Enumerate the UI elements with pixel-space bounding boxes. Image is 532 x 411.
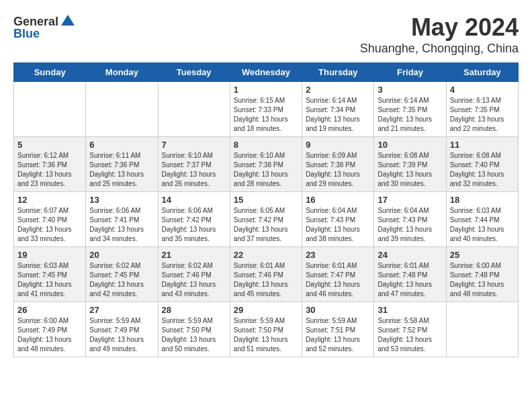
day-number: 18 xyxy=(450,195,515,205)
day-number: 29 xyxy=(234,305,298,315)
week-row-4: 19Sunrise: 6:03 AM Sunset: 7:45 PM Dayli… xyxy=(14,247,519,302)
col-header-wednesday: Wednesday xyxy=(230,63,302,82)
col-header-saturday: Saturday xyxy=(446,63,518,82)
day-info: Sunrise: 6:01 AM Sunset: 7:47 PM Dayligh… xyxy=(306,261,370,299)
day-cell xyxy=(446,302,518,357)
day-cell: 5Sunrise: 6:12 AM Sunset: 7:36 PM Daylig… xyxy=(14,137,86,192)
col-header-sunday: Sunday xyxy=(14,63,86,82)
day-number: 16 xyxy=(306,195,370,205)
day-cell: 26Sunrise: 6:00 AM Sunset: 7:49 PM Dayli… xyxy=(14,302,86,357)
subtitle: Shuanghe, Chongqing, China xyxy=(360,42,519,56)
day-cell: 4Sunrise: 6:13 AM Sunset: 7:35 PM Daylig… xyxy=(446,82,518,137)
day-info: Sunrise: 6:03 AM Sunset: 7:44 PM Dayligh… xyxy=(450,206,515,244)
day-cell: 11Sunrise: 6:08 AM Sunset: 7:40 PM Dayli… xyxy=(446,137,518,192)
day-number: 11 xyxy=(450,140,515,150)
day-number: 20 xyxy=(89,250,154,260)
day-cell: 14Sunrise: 6:06 AM Sunset: 7:42 PM Dayli… xyxy=(158,192,230,247)
day-info: Sunrise: 6:03 AM Sunset: 7:45 PM Dayligh… xyxy=(17,261,82,299)
day-info: Sunrise: 6:15 AM Sunset: 7:33 PM Dayligh… xyxy=(234,96,298,134)
day-number: 21 xyxy=(162,250,226,260)
day-number: 25 xyxy=(450,250,515,260)
day-number: 28 xyxy=(162,305,226,315)
week-row-5: 26Sunrise: 6:00 AM Sunset: 7:49 PM Dayli… xyxy=(14,302,519,357)
day-cell: 16Sunrise: 6:04 AM Sunset: 7:43 PM Dayli… xyxy=(302,192,374,247)
day-number: 31 xyxy=(378,305,442,315)
day-cell: 7Sunrise: 6:10 AM Sunset: 7:37 PM Daylig… xyxy=(158,137,230,192)
day-info: Sunrise: 6:08 AM Sunset: 7:39 PM Dayligh… xyxy=(378,151,442,189)
day-number: 14 xyxy=(162,195,226,205)
day-number: 30 xyxy=(306,305,370,315)
day-cell: 30Sunrise: 5:59 AM Sunset: 7:51 PM Dayli… xyxy=(302,302,374,357)
day-info: Sunrise: 5:59 AM Sunset: 7:50 PM Dayligh… xyxy=(234,316,298,354)
svg-marker-0 xyxy=(61,15,75,26)
day-info: Sunrise: 6:10 AM Sunset: 7:37 PM Dayligh… xyxy=(162,151,226,189)
day-info: Sunrise: 6:08 AM Sunset: 7:40 PM Dayligh… xyxy=(450,151,515,189)
day-number: 5 xyxy=(17,140,82,150)
day-number: 7 xyxy=(162,140,226,150)
day-cell: 12Sunrise: 6:07 AM Sunset: 7:40 PM Dayli… xyxy=(14,192,86,247)
day-cell: 29Sunrise: 5:59 AM Sunset: 7:50 PM Dayli… xyxy=(230,302,302,357)
day-info: Sunrise: 6:00 AM Sunset: 7:49 PM Dayligh… xyxy=(17,316,82,354)
week-row-3: 12Sunrise: 6:07 AM Sunset: 7:40 PM Dayli… xyxy=(14,192,519,247)
day-info: Sunrise: 6:06 AM Sunset: 7:42 PM Dayligh… xyxy=(162,206,226,244)
day-info: Sunrise: 6:10 AM Sunset: 7:38 PM Dayligh… xyxy=(234,151,298,189)
week-row-1: 1Sunrise: 6:15 AM Sunset: 7:33 PM Daylig… xyxy=(14,82,519,137)
day-cell: 28Sunrise: 5:59 AM Sunset: 7:50 PM Dayli… xyxy=(158,302,230,357)
day-number: 13 xyxy=(89,195,154,205)
day-info: Sunrise: 5:59 AM Sunset: 7:49 PM Dayligh… xyxy=(89,316,154,354)
col-header-friday: Friday xyxy=(374,63,446,82)
day-cell: 13Sunrise: 6:06 AM Sunset: 7:41 PM Dayli… xyxy=(86,192,158,247)
day-cell xyxy=(86,82,158,137)
col-header-thursday: Thursday xyxy=(302,63,374,82)
day-info: Sunrise: 5:58 AM Sunset: 7:52 PM Dayligh… xyxy=(378,316,442,354)
day-cell: 6Sunrise: 6:11 AM Sunset: 7:36 PM Daylig… xyxy=(86,137,158,192)
day-info: Sunrise: 6:13 AM Sunset: 7:35 PM Dayligh… xyxy=(450,96,515,134)
day-info: Sunrise: 6:14 AM Sunset: 7:34 PM Dayligh… xyxy=(306,96,370,134)
day-info: Sunrise: 6:04 AM Sunset: 7:43 PM Dayligh… xyxy=(378,206,442,244)
title-section: May 2024 Shuanghe, Chongqing, China xyxy=(360,13,519,56)
day-cell: 8Sunrise: 6:10 AM Sunset: 7:38 PM Daylig… xyxy=(230,137,302,192)
day-number: 15 xyxy=(234,195,298,205)
day-info: Sunrise: 6:00 AM Sunset: 7:48 PM Dayligh… xyxy=(450,261,515,299)
page-header: General Blue May 2024 Shuanghe, Chongqin… xyxy=(13,13,519,56)
day-cell: 27Sunrise: 5:59 AM Sunset: 7:49 PM Dayli… xyxy=(86,302,158,357)
day-info: Sunrise: 6:11 AM Sunset: 7:36 PM Dayligh… xyxy=(89,151,154,189)
week-row-2: 5Sunrise: 6:12 AM Sunset: 7:36 PM Daylig… xyxy=(14,137,519,192)
day-cell: 9Sunrise: 6:09 AM Sunset: 7:38 PM Daylig… xyxy=(302,137,374,192)
day-cell xyxy=(14,82,86,137)
calendar-body: 1Sunrise: 6:15 AM Sunset: 7:33 PM Daylig… xyxy=(14,82,519,357)
calendar: SundayMondayTuesdayWednesdayThursdayFrid… xyxy=(13,62,519,357)
column-headers: SundayMondayTuesdayWednesdayThursdayFrid… xyxy=(14,63,519,82)
day-info: Sunrise: 6:06 AM Sunset: 7:41 PM Dayligh… xyxy=(89,206,154,244)
day-number: 10 xyxy=(378,140,442,150)
day-number: 2 xyxy=(306,85,370,95)
day-cell: 18Sunrise: 6:03 AM Sunset: 7:44 PM Dayli… xyxy=(446,192,518,247)
day-number: 17 xyxy=(378,195,442,205)
day-cell: 19Sunrise: 6:03 AM Sunset: 7:45 PM Dayli… xyxy=(14,247,86,302)
day-info: Sunrise: 5:59 AM Sunset: 7:51 PM Dayligh… xyxy=(306,316,370,354)
day-number: 3 xyxy=(378,85,442,95)
day-number: 23 xyxy=(306,250,370,260)
day-cell: 23Sunrise: 6:01 AM Sunset: 7:47 PM Dayli… xyxy=(302,247,374,302)
day-info: Sunrise: 6:02 AM Sunset: 7:46 PM Dayligh… xyxy=(162,261,226,299)
day-cell: 31Sunrise: 5:58 AM Sunset: 7:52 PM Dayli… xyxy=(374,302,446,357)
day-cell: 15Sunrise: 6:05 AM Sunset: 7:42 PM Dayli… xyxy=(230,192,302,247)
day-number: 8 xyxy=(234,140,298,150)
day-info: Sunrise: 6:09 AM Sunset: 7:38 PM Dayligh… xyxy=(306,151,370,189)
day-number: 9 xyxy=(306,140,370,150)
day-number: 6 xyxy=(89,140,154,150)
day-info: Sunrise: 5:59 AM Sunset: 7:50 PM Dayligh… xyxy=(162,316,226,354)
day-cell: 24Sunrise: 6:01 AM Sunset: 7:48 PM Dayli… xyxy=(374,247,446,302)
day-number: 1 xyxy=(234,85,298,95)
day-cell: 22Sunrise: 6:01 AM Sunset: 7:46 PM Dayli… xyxy=(230,247,302,302)
day-info: Sunrise: 6:02 AM Sunset: 7:45 PM Dayligh… xyxy=(89,261,154,299)
col-header-tuesday: Tuesday xyxy=(158,63,230,82)
day-cell: 10Sunrise: 6:08 AM Sunset: 7:39 PM Dayli… xyxy=(374,137,446,192)
day-number: 19 xyxy=(17,250,82,260)
day-cell: 20Sunrise: 6:02 AM Sunset: 7:45 PM Dayli… xyxy=(86,247,158,302)
day-number: 12 xyxy=(17,195,82,205)
day-info: Sunrise: 6:01 AM Sunset: 7:48 PM Dayligh… xyxy=(378,261,442,299)
day-number: 24 xyxy=(378,250,442,260)
day-info: Sunrise: 6:12 AM Sunset: 7:36 PM Dayligh… xyxy=(17,151,82,189)
day-number: 4 xyxy=(450,85,515,95)
